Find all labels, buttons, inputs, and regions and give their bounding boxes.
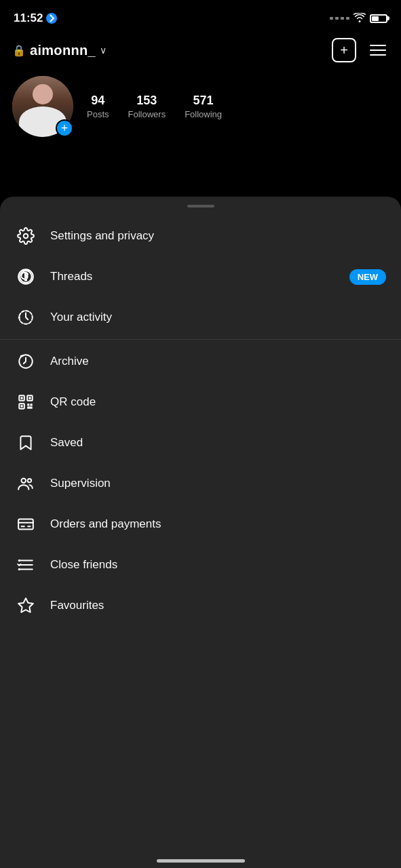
svg-point-13: [22, 478, 26, 483]
chevron-down-icon: ∨: [100, 45, 107, 56]
closefriends-icon: [15, 554, 37, 576]
profile-section: + 94 Posts 153 Followers 571 Following: [0, 69, 401, 149]
orders-icon: [15, 513, 37, 535]
qrcode-icon: [15, 391, 37, 413]
wifi-icon: [354, 13, 366, 24]
svg-point-0: [24, 234, 28, 239]
svg-point-20: [18, 568, 20, 570]
location-icon: [46, 13, 57, 24]
followers-label: Followers: [128, 109, 166, 119]
posts-stat[interactable]: 94 Posts: [87, 94, 109, 119]
menu-item-threads[interactable]: Threads NEW: [0, 256, 401, 297]
battery-icon: [370, 14, 387, 23]
svg-point-14: [28, 479, 31, 482]
settings-icon: [15, 225, 37, 247]
sheet-handle: [0, 197, 401, 212]
add-story-button[interactable]: +: [56, 119, 73, 137]
activity-icon: [15, 307, 37, 328]
favourites-icon: [15, 595, 37, 616]
svg-rect-5: [20, 397, 22, 399]
activity-label: Your activity: [50, 311, 386, 324]
orders-label: Orders and payments: [50, 517, 386, 531]
favourites-label: Favourites: [50, 599, 386, 612]
username: aimonnn_: [30, 43, 96, 58]
posts-label: Posts: [87, 109, 109, 119]
svg-marker-21: [18, 598, 33, 612]
avatar-wrapper[interactable]: +: [12, 76, 73, 137]
svg-rect-10: [27, 403, 29, 406]
header-actions: +: [332, 38, 389, 62]
svg-rect-11: [31, 403, 33, 406]
profile-stats: 94 Posts 153 Followers 571 Following: [87, 94, 222, 119]
menu-list: Settings and privacy Threads NEW Your ac…: [0, 212, 401, 630]
svg-point-19: [18, 559, 20, 561]
menu-line-3: [370, 54, 386, 56]
threads-icon: [15, 266, 37, 288]
header: 🔒 aimonnn_ ∨ +: [0, 34, 401, 69]
svg-rect-7: [28, 397, 31, 399]
threads-new-badge: NEW: [349, 269, 386, 285]
saved-label: Saved: [50, 436, 386, 450]
hamburger-menu-button[interactable]: [367, 42, 389, 58]
archive-label: Archive: [50, 355, 386, 368]
posts-count: 94: [87, 94, 109, 108]
menu-item-archive[interactable]: Archive: [0, 341, 401, 382]
add-icon: +: [340, 43, 348, 58]
lock-icon: 🔒: [12, 44, 26, 57]
following-count: 571: [185, 94, 222, 108]
username-row[interactable]: 🔒 aimonnn_ ∨: [12, 43, 107, 58]
followers-stat[interactable]: 153 Followers: [128, 94, 166, 119]
svg-rect-9: [20, 405, 22, 407]
signal-icon: [330, 17, 349, 20]
svg-rect-15: [18, 519, 33, 529]
menu-item-favourites[interactable]: Favourites: [0, 585, 401, 626]
status-time: 11:52: [14, 12, 57, 25]
battery-fill: [372, 16, 379, 21]
menu-line-2: [370, 50, 386, 51]
menu-item-closefriends[interactable]: Close friends: [0, 545, 401, 585]
menu-item-qrcode[interactable]: QR code: [0, 382, 401, 422]
archive-icon: [15, 351, 37, 372]
menu-item-orders[interactable]: Orders and payments: [0, 504, 401, 545]
divider-1: [0, 339, 401, 340]
svg-rect-12: [27, 407, 33, 409]
followers-count: 153: [128, 94, 166, 108]
home-indicator: [157, 859, 245, 863]
saved-icon: [15, 432, 37, 454]
status-bar: 11:52: [0, 0, 401, 34]
following-stat[interactable]: 571 Following: [185, 94, 222, 119]
svg-point-2: [18, 316, 20, 318]
menu-line-1: [370, 45, 386, 46]
threads-label: Threads: [50, 270, 336, 283]
supervision-icon: [15, 473, 37, 494]
qrcode-label: QR code: [50, 395, 386, 409]
clock: 11:52: [14, 12, 43, 25]
handle-bar: [187, 205, 214, 208]
bottom-sheet: Settings and privacy Threads NEW Your ac…: [0, 197, 401, 868]
menu-item-settings[interactable]: Settings and privacy: [0, 216, 401, 256]
following-label: Following: [185, 109, 222, 119]
menu-item-saved[interactable]: Saved: [0, 422, 401, 463]
add-post-button[interactable]: +: [332, 38, 356, 62]
menu-item-activity[interactable]: Your activity: [0, 297, 401, 338]
supervision-label: Supervision: [50, 477, 386, 490]
status-icons: [330, 13, 387, 24]
settings-label: Settings and privacy: [50, 229, 386, 243]
menu-item-supervision[interactable]: Supervision: [0, 463, 401, 504]
closefriends-label: Close friends: [50, 558, 386, 572]
